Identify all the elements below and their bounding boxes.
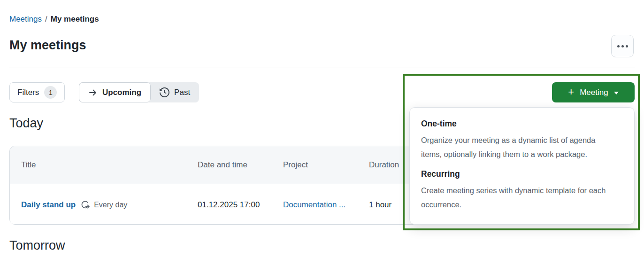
meeting-title-cell: Daily stand up Every day [21,200,127,210]
section-heading-tomorrow: Tomorrow [9,238,65,253]
new-meeting-button-label: Meeting [580,88,608,97]
view-toggle: Upcoming Past [79,82,199,102]
page-title: My meetings [9,38,86,53]
meeting-recurrence-label: Every day [94,201,127,209]
meeting-project-link[interactable]: Documentation ... [283,200,345,210]
column-header-date-and-time: Date and time [198,160,247,170]
filters-button[interactable]: Filters 1 [9,82,65,102]
meeting-duration: 1 hour [369,200,391,210]
meeting-recurrence: Every day [80,200,127,210]
menu-item-recurring-description: Create meeting series with dynamic templ… [421,183,614,212]
breadcrumb-separator: / [45,15,47,24]
menu-item-recurring-title: Recurring [421,169,623,179]
column-header-project: Project [283,160,308,170]
meeting-title-link[interactable]: Daily stand up [21,200,76,210]
history-icon [160,87,169,97]
plus-icon: + [568,87,574,97]
menu-item-one-time[interactable]: One-time Organize your meeting as a dyna… [421,119,623,161]
column-header-title: Title [21,160,36,170]
more-actions-button[interactable] [611,35,634,57]
arrow-right-icon [88,88,98,97]
new-meeting-button[interactable]: + Meeting [552,82,635,102]
menu-item-one-time-description: Organize your meeting as a dynamic list … [421,133,614,161]
section-heading-today: Today [9,116,43,131]
triangle-down-icon [614,92,619,94]
filters-label: Filters [17,88,39,97]
menu-item-recurring[interactable]: Recurring Create meeting series with dyn… [421,169,623,212]
header-divider [9,68,635,68]
tab-past[interactable]: Past [151,82,199,102]
new-meeting-dropdown: One-time Organize your meeting as a dyna… [409,107,635,225]
sync-loop-icon [80,200,91,210]
breadcrumb-link-meetings[interactable]: Meetings [9,15,42,24]
tab-past-label: Past [174,88,190,97]
breadcrumb: Meetings / My meetings [9,15,99,24]
meeting-date-time: 01.12.2025 17:00 [198,200,260,210]
column-header-duration: Duration [369,160,399,170]
tab-upcoming-label: Upcoming [102,88,141,97]
breadcrumb-current: My meetings [51,15,99,24]
filters-count-badge: 1 [44,86,57,99]
tab-upcoming[interactable]: Upcoming [79,82,151,102]
menu-item-one-time-title: One-time [421,119,623,129]
kebab-horizontal-icon [617,45,628,47]
my-meetings-page: { "breadcrumb": { "link": "Meetings", "s… [0,0,644,259]
